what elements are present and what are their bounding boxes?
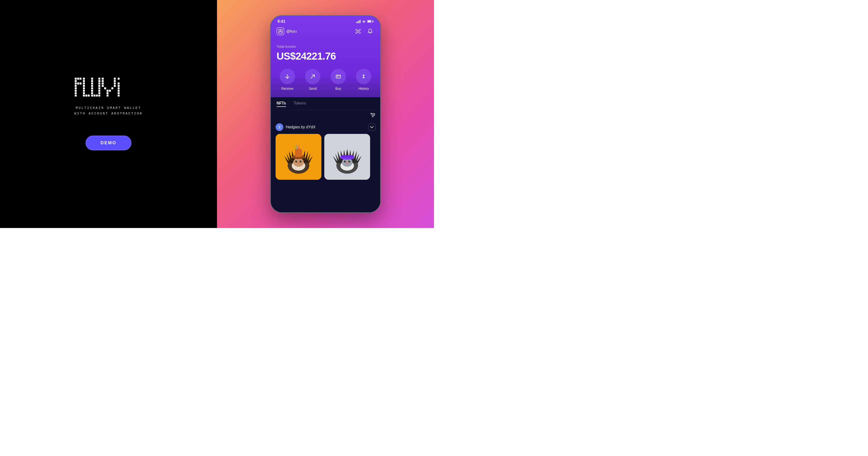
svg-rect-28 — [91, 92, 93, 94]
right-panel: 9:41 — [217, 0, 434, 228]
svg-point-78 — [298, 162, 300, 164]
svg-point-69 — [372, 116, 373, 117]
receive-label: Receive — [281, 87, 293, 90]
history-button[interactable]: History — [356, 69, 371, 90]
svg-rect-48 — [109, 90, 111, 92]
status-time: 9:41 — [278, 19, 285, 24]
svg-rect-26 — [91, 87, 93, 89]
phone-background: 9:41 — [271, 16, 380, 212]
svg-point-76 — [296, 161, 297, 162]
tab-nfts[interactable]: NFTs — [277, 101, 286, 107]
balance-amount: US$24221.76 — [277, 51, 374, 62]
svg-rect-56 — [118, 85, 120, 87]
svg-rect-9 — [75, 90, 77, 92]
scan-button[interactable] — [354, 27, 362, 36]
svg-rect-51 — [114, 80, 116, 82]
buy-label: Buy — [335, 87, 341, 90]
svg-rect-46 — [106, 92, 108, 94]
svg-rect-4 — [75, 83, 77, 84]
svg-point-74 — [296, 161, 297, 162]
svg-rect-35 — [98, 85, 100, 87]
send-label: Send — [309, 87, 317, 90]
svg-rect-33 — [98, 80, 100, 82]
svg-rect-27 — [91, 90, 93, 92]
svg-rect-0 — [75, 78, 77, 80]
receive-icon-circle — [280, 69, 295, 84]
signal-bars-icon — [356, 20, 361, 23]
svg-rect-16 — [83, 87, 85, 89]
send-button[interactable]: Send — [305, 69, 320, 90]
nft-filter-row — [271, 110, 380, 121]
svg-rect-6 — [80, 83, 82, 84]
svg-rect-43 — [102, 85, 104, 87]
receive-button[interactable]: Receive — [280, 69, 295, 90]
logo-container: MULTICHAIN SMART WALLET WITH ACCOUNT ABS… — [74, 78, 143, 117]
battery-icon — [367, 20, 373, 23]
notification-button[interactable] — [366, 27, 374, 36]
svg-rect-29 — [91, 94, 93, 96]
svg-rect-38 — [98, 92, 100, 94]
buy-button[interactable]: Buy — [331, 69, 346, 90]
svg-rect-19 — [83, 94, 85, 96]
svg-rect-24 — [91, 83, 93, 84]
svg-point-87 — [345, 161, 346, 162]
svg-rect-60 — [118, 94, 120, 96]
svg-point-67 — [371, 113, 372, 114]
svg-rect-13 — [83, 80, 85, 82]
expand-button[interactable] — [368, 123, 375, 131]
svg-rect-47 — [106, 94, 108, 96]
svg-rect-15 — [83, 85, 85, 87]
username-text: @kyu — [286, 29, 297, 34]
svg-rect-91 — [341, 155, 354, 158]
svg-rect-12 — [83, 78, 85, 80]
filter-button[interactable] — [370, 113, 375, 118]
svg-rect-30 — [94, 94, 95, 96]
svg-rect-23 — [91, 80, 93, 82]
nft-hedgehog-2-image — [324, 134, 370, 180]
svg-rect-66 — [337, 77, 338, 78]
svg-rect-8 — [75, 87, 77, 89]
svg-rect-25 — [91, 85, 93, 87]
balance-label: Total Assets — [277, 45, 374, 49]
svg-rect-7 — [75, 85, 77, 87]
svg-rect-31 — [96, 94, 98, 96]
svg-rect-3 — [75, 80, 77, 82]
phone-mockup: 9:41 — [270, 15, 381, 213]
svg-rect-54 — [118, 78, 120, 80]
buy-icon-circle — [331, 69, 346, 84]
svg-rect-32 — [98, 78, 100, 80]
svg-rect-57 — [118, 87, 120, 89]
svg-rect-17 — [83, 90, 85, 92]
send-icon-circle — [305, 69, 320, 84]
svg-point-89 — [346, 162, 348, 164]
tabs-section: NFTs Tokens — [271, 97, 380, 110]
nft-card-2[interactable] — [324, 134, 370, 180]
svg-rect-44 — [104, 87, 106, 89]
svg-rect-1 — [77, 78, 79, 80]
fluvi-logo — [75, 78, 142, 97]
history-label: History — [358, 87, 369, 90]
svg-rect-39 — [98, 94, 100, 96]
svg-rect-18 — [83, 92, 85, 94]
history-icon-circle — [356, 69, 371, 84]
svg-rect-41 — [102, 80, 104, 82]
header-actions — [354, 27, 374, 36]
svg-rect-21 — [88, 94, 90, 96]
svg-rect-65 — [336, 75, 340, 78]
nft-card-1[interactable] — [276, 134, 321, 180]
svg-rect-58 — [118, 90, 120, 92]
svg-rect-59 — [118, 92, 120, 94]
svg-rect-53 — [114, 85, 116, 87]
svg-point-64 — [358, 31, 359, 32]
user-avatar-icon — [277, 28, 284, 35]
svg-point-68 — [374, 115, 375, 116]
user-handle[interactable]: @kyu — [277, 28, 297, 35]
svg-point-77 — [301, 161, 301, 162]
tab-tokens[interactable]: Tokens — [294, 101, 306, 107]
svg-rect-50 — [114, 78, 116, 80]
svg-rect-22 — [91, 78, 93, 80]
svg-rect-55 — [118, 83, 120, 84]
demo-button[interactable]: DEMO — [86, 136, 131, 150]
svg-point-88 — [349, 161, 350, 162]
nft-section: Ξ Hedgies by dYdX — [271, 110, 380, 212]
